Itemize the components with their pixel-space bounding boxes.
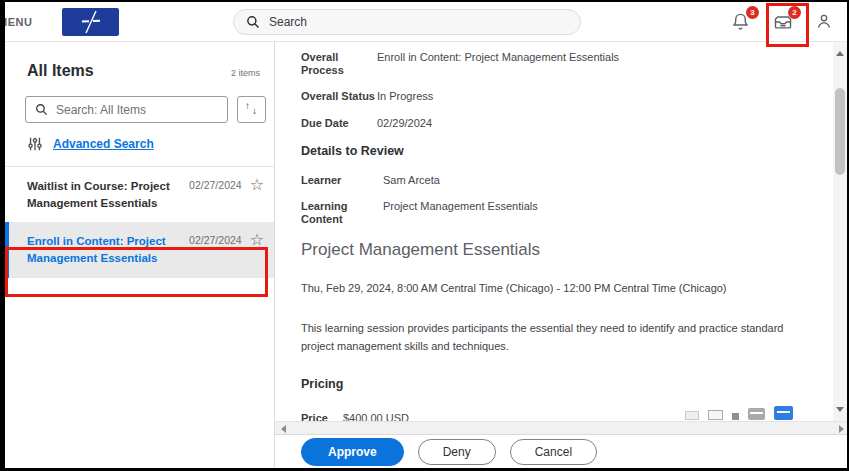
cancel-button[interactable]: Cancel <box>510 439 597 465</box>
view-option-icon[interactable] <box>708 410 723 420</box>
list-item-waitlist[interactable]: Waitlist in Course: Project Management E… <box>5 167 274 222</box>
sidebar-search-input[interactable] <box>56 103 216 117</box>
sidebar-search-box[interactable] <box>25 96 228 123</box>
view-toggle-group <box>685 406 793 420</box>
sort-up-arrow-icon: ↑ <box>245 100 250 111</box>
sort-button[interactable]: ↑ ↓ <box>237 96 266 123</box>
item-date: 02/27/2024 <box>189 179 242 191</box>
field-label: Overall Process <box>301 51 377 77</box>
person-icon <box>815 12 833 30</box>
action-footer: Approve Deny Cancel <box>275 434 847 468</box>
horizontal-scrollbar[interactable] <box>275 421 847 434</box>
detail-panel: Overall Process Enroll in Content: Proje… <box>275 42 847 468</box>
scroll-right-arrow-icon[interactable] <box>839 425 844 433</box>
list-item-enroll-selected[interactable]: Enroll in Content: Project Management Es… <box>5 222 274 277</box>
course-description: This learning session provides participa… <box>301 319 791 355</box>
course-schedule: Thu, Feb 29, 2024, 8:00 AM Central Time … <box>301 282 791 294</box>
item-title: Waitlist in Course: Project Management E… <box>27 178 181 211</box>
top-bar: MENU <box>5 2 847 42</box>
star-icon[interactable]: ☆ <box>250 177 264 193</box>
field-label: Overall Status <box>301 90 377 103</box>
field-value: Sam Arceta <box>383 174 440 187</box>
sidebar-title: All Items <box>27 62 94 80</box>
profile-button[interactable] <box>815 12 835 32</box>
search-icon <box>35 103 48 116</box>
price-label: Price <box>301 412 328 421</box>
scroll-left-arrow-icon[interactable] <box>281 425 286 433</box>
item-title: Enroll in Content: Project Management Es… <box>27 233 181 266</box>
field-label: Learning Content <box>301 200 383 226</box>
inbox-sidebar: All Items 2 items ↑ ↓ <box>5 42 275 468</box>
field-label: Due Date <box>301 117 377 130</box>
screenshot-frame: MENU <box>0 0 849 471</box>
star-icon[interactable]: ☆ <box>250 232 264 248</box>
inbox-badge: 2 <box>788 6 801 19</box>
view-option-icon[interactable] <box>732 413 739 420</box>
deny-button[interactable]: Deny <box>418 439 496 465</box>
item-date: 02/27/2024 <box>189 234 242 246</box>
inbox-tasks-button[interactable]: 2 <box>773 12 793 32</box>
global-search-bar[interactable] <box>233 9 581 35</box>
field-value: Project Management Essentials <box>383 200 538 226</box>
approve-button[interactable]: Approve <box>301 438 404 466</box>
scrollbar-thumb[interactable] <box>835 88 845 175</box>
main-area: All Items 2 items ↑ ↓ <box>5 42 847 468</box>
topbar-icon-group: 3 2 <box>731 2 835 42</box>
table-view-icon[interactable] <box>748 408 765 420</box>
scroll-up-arrow-icon[interactable] <box>836 51 844 56</box>
table-view-selected-icon[interactable] <box>774 406 793 420</box>
global-search-input[interactable] <box>269 15 549 29</box>
course-title: Project Management Essentials <box>301 240 791 260</box>
field-label: Learner <box>301 174 383 187</box>
sort-down-arrow-icon: ↓ <box>252 105 257 116</box>
menu-button[interactable]: MENU <box>5 16 32 28</box>
items-count: 2 items <box>231 68 260 78</box>
search-icon <box>246 15 260 29</box>
notifications-button[interactable]: 3 <box>731 12 751 32</box>
notifications-badge: 3 <box>746 6 759 19</box>
field-value: 02/29/2024 <box>377 117 432 130</box>
vertical-scrollbar[interactable] <box>833 42 847 421</box>
filter-sliders-icon <box>27 136 43 152</box>
advanced-search-link[interactable]: Advanced Search <box>53 137 154 151</box>
scroll-down-arrow-icon[interactable] <box>836 407 844 412</box>
view-option-icon[interactable] <box>685 411 699 420</box>
price-value: $400.00 USD <box>343 412 409 421</box>
detail-content: Overall Process Enroll in Content: Proje… <box>275 42 847 421</box>
field-value: Enroll in Content: Project Management Es… <box>377 51 619 77</box>
workday-app-window: MENU <box>5 2 847 468</box>
pricing-heading: Pricing <box>301 377 791 391</box>
details-to-review-heading: Details to Review <box>301 144 791 158</box>
field-value: In Progress <box>377 90 433 103</box>
company-logo[interactable] <box>62 8 119 36</box>
